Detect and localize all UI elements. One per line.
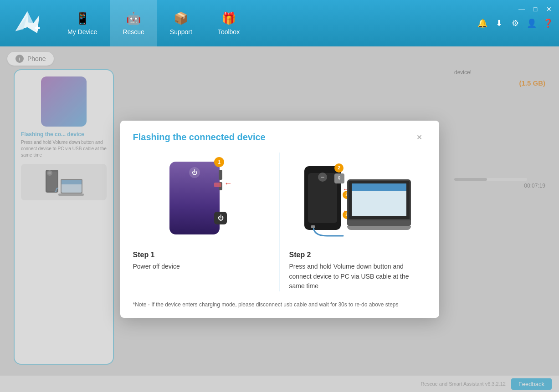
step2-label: Step 2 (289, 251, 426, 259)
titlebar: — □ ✕ (512, 0, 559, 18)
step1-badge: 1 (214, 157, 224, 167)
nav-label-my-device: My Device (67, 28, 97, 36)
logo-area (0, 0, 55, 46)
vol-indicator (214, 183, 221, 187)
laptop-bottom (347, 226, 411, 230)
nav-bar: 📱 My Device 🤖 Rescue 📦 Support 🎁 Toolbox (55, 0, 252, 46)
notification-icon[interactable]: 🔔 (475, 16, 490, 31)
step1-column: ⏻ 1 → ⏻ (133, 153, 279, 291)
maximize-button[interactable]: □ (529, 3, 542, 15)
nav-label-rescue: Rescue (123, 28, 144, 36)
laptop-screen-inner (352, 183, 406, 216)
phone-power-side-btn (219, 170, 222, 180)
nav-label-toolbox: Toolbox (218, 28, 240, 36)
step2-device-icon: 🎙 (334, 173, 344, 183)
my-device-icon: 📱 (75, 11, 90, 25)
dialog-title: Flashing the connected device (133, 132, 266, 143)
laptop-screen-bar (352, 183, 406, 191)
svg-rect-13 (311, 225, 315, 228)
nav-item-toolbox[interactable]: 🎁 Toolbox (205, 0, 252, 46)
step2-illustration: − 2 🎙 → 2 → (289, 153, 426, 244)
laptop-screen (347, 179, 411, 220)
modal-overlay: Flashing the connected device × ⏻ (0, 46, 559, 392)
dialog-note: *Note - If the device enters charging mo… (120, 300, 439, 318)
main-area: i Phone Flashing the co... device Press … (0, 46, 559, 392)
toolbox-icon: 🎁 (221, 11, 236, 25)
nav-item-rescue[interactable]: 🤖 Rescue (110, 0, 157, 46)
step2-laptop (347, 179, 411, 230)
power-off-icon: ⏻ (214, 212, 227, 224)
vol-arrow: → (224, 179, 232, 188)
nav-item-my-device[interactable]: 📱 My Device (55, 0, 110, 46)
laptop-screen-body (352, 191, 406, 216)
rescue-icon: 🤖 (126, 11, 141, 25)
minimize-button[interactable]: — (515, 3, 528, 15)
support-icon: 📦 (174, 11, 188, 25)
dialog-close-button[interactable]: × (413, 131, 426, 144)
logo-icon (11, 7, 43, 39)
step1-label: Step 1 (133, 251, 270, 259)
nav-item-support[interactable]: 📦 Support (157, 0, 205, 46)
download-icon[interactable]: ⬇ (492, 16, 506, 31)
step1-illustration: ⏻ 1 → ⏻ (133, 153, 270, 244)
nav-label-support: Support (170, 28, 192, 36)
step1-desc: Power off device (133, 262, 270, 272)
phone2-minus-icon: − (318, 173, 327, 182)
header: 📱 My Device 🤖 Rescue 📦 Support 🎁 Toolbox… (0, 0, 559, 46)
laptop-base (347, 220, 411, 226)
close-button[interactable]: ✕ (543, 3, 555, 15)
dialog-body: ⏻ 1 → ⏻ (120, 144, 439, 300)
step2-desc: Press and hold Volume down button and co… (289, 262, 426, 291)
dialog: Flashing the connected device × ⏻ (120, 121, 439, 318)
dialog-header: Flashing the connected device × (120, 121, 439, 144)
usb-cable-svg (309, 224, 345, 238)
step2-column: − 2 🎙 → 2 → (279, 153, 426, 291)
svg-rect-4 (36, 25, 38, 31)
power-icon: ⏻ (189, 167, 200, 178)
step2-badge-1: 2 (334, 163, 344, 173)
step1-phone: ⏻ (169, 162, 220, 234)
step2-devices: − 2 🎙 → 2 → (304, 166, 411, 230)
svg-marker-2 (27, 11, 33, 23)
